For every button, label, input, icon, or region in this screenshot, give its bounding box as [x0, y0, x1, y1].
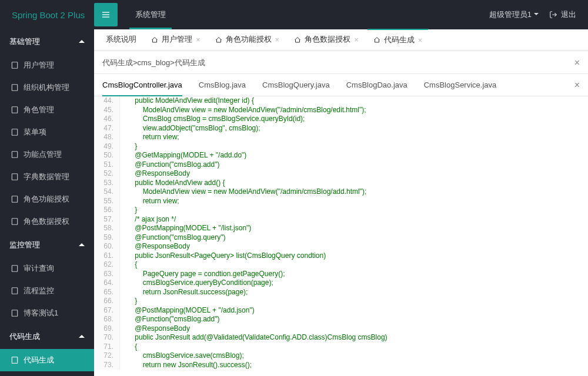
tab-close-icon[interactable]: × — [354, 35, 359, 44]
code-line: 69. @ResponseBody — [94, 324, 588, 334]
page-icon — [11, 356, 19, 364]
close-file-tabs-button[interactable]: × — [574, 80, 580, 90]
sidebar-item[interactable]: 角色数据授权 — [0, 210, 94, 233]
file-tab[interactable]: CmsBlogDao.java — [346, 75, 407, 95]
top-nav-system[interactable]: 系统管理 — [123, 0, 178, 29]
file-tab[interactable]: CmsBlogService.java — [424, 75, 497, 95]
svg-rect-12 — [12, 219, 17, 225]
tab-close-icon[interactable]: × — [418, 36, 423, 45]
page-icon — [11, 106, 19, 114]
code-text: cmsBlogService.save(cmsBlog); — [120, 351, 244, 361]
tab[interactable]: 系统说明 — [100, 29, 143, 51]
sidebar-item[interactable]: 审计查询 — [0, 257, 94, 280]
code-line: 57. /* ajax json */ — [94, 215, 588, 224]
sidebar-item[interactable]: 流程监控 — [0, 280, 94, 302]
code-text: { — [120, 260, 137, 270]
line-number: 56. — [94, 206, 120, 215]
code-line: 63. PageQuery page = condtion.getPageQue… — [94, 270, 588, 279]
sidebar-item[interactable]: 字典数据管理 — [0, 166, 94, 188]
menu-toggle-button[interactable] — [94, 3, 118, 26]
svg-rect-18 — [12, 357, 17, 364]
code-text: CmsBlog cmsBlog = cmsBlogService.queryBy… — [120, 115, 305, 124]
chevron-up-icon — [79, 242, 85, 248]
code-line: 49. } — [94, 142, 588, 152]
page-icon — [11, 217, 19, 226]
sidebar-item-label: 功能点管理 — [24, 149, 62, 160]
close-panel-button[interactable]: × — [574, 58, 580, 68]
file-tab[interactable]: CmsBlogController.java — [102, 75, 182, 96]
home-icon — [215, 36, 222, 43]
page-icon — [11, 264, 19, 273]
svg-rect-11 — [12, 196, 17, 203]
tab[interactable]: 用户管理× — [145, 29, 207, 51]
line-number: 44. — [94, 96, 120, 106]
line-number: 62. — [94, 260, 120, 270]
page-icon — [11, 128, 19, 136]
sidebar-item[interactable]: 角色管理 — [0, 99, 94, 121]
tab-close-icon[interactable]: × — [275, 35, 280, 44]
code-line: 55. return view; — [94, 197, 588, 206]
code-text: public ModelAndView edit(Integer id) { — [120, 96, 254, 106]
code-text: @GetMapping(MODEL + "/add.do") — [120, 151, 246, 160]
line-number: 51. — [94, 160, 120, 170]
line-number: 63. — [94, 270, 120, 279]
code-text: public JsonResult add(@Validated(Validat… — [120, 333, 387, 343]
code-text: return view; — [120, 133, 179, 142]
sidebar-item[interactable]: 子系统生成 — [0, 371, 94, 376]
page-icon — [11, 173, 19, 181]
breadcrumb: 代码生成>cms_blog>代码生成 — [102, 58, 205, 68]
sidebar-item[interactable]: 用户管理 — [0, 54, 94, 76]
sidebar-item[interactable]: 菜单项 — [0, 121, 94, 143]
code-text: cmsBlogService.queryByCondition(page); — [120, 278, 273, 288]
logout-label: 退出 — [561, 9, 576, 20]
file-tab[interactable]: CmsBlogQuery.java — [262, 75, 330, 95]
code-line: 52. @ResponseBody — [94, 169, 588, 179]
code-line: 56. } — [94, 206, 588, 215]
line-number: 71. — [94, 343, 120, 352]
sidebar-item[interactable]: 功能点管理 — [0, 143, 94, 166]
page-icon — [11, 150, 19, 159]
sidebar-group-monitor[interactable]: 监控管理 — [0, 233, 94, 257]
sidebar-item[interactable]: 角色功能授权 — [0, 188, 94, 210]
sidebar-item[interactable]: 代码生成 — [0, 349, 94, 371]
chevron-up-icon — [79, 334, 85, 340]
code-line: 71. { — [94, 343, 588, 352]
code-line: 44. public ModelAndView edit(Integer id)… — [94, 96, 588, 106]
user-menu[interactable]: 超级管理员1 — [489, 9, 539, 20]
line-number: 45. — [94, 106, 120, 115]
code-text: return new JsonResult().success(); — [120, 361, 252, 370]
sidebar-item-label: 角色功能授权 — [24, 194, 69, 204]
code-editor[interactable]: 44. public ModelAndView edit(Integer id)… — [94, 96, 588, 376]
line-number: 65. — [94, 288, 120, 297]
sidebar-group-label: 监控管理 — [9, 240, 40, 250]
code-line: 53. public ModelAndView add() { — [94, 179, 588, 188]
tab-close-icon[interactable]: × — [196, 35, 201, 44]
page-icon — [11, 61, 19, 69]
code-text: view.addObject("cmsBlog", cmsBlog); — [120, 124, 260, 133]
tab-label: 系统说明 — [106, 35, 136, 45]
code-line: 65. return JsonResult.success(page); — [94, 288, 588, 297]
code-text: ModelAndView view = new ModelAndView("/a… — [120, 187, 366, 197]
sidebar-item[interactable]: 组织机构管理 — [0, 76, 94, 99]
code-text: public ModelAndView add() { — [120, 179, 225, 188]
tab[interactable]: 角色数据授权× — [288, 29, 365, 51]
tab[interactable]: 代码生成× — [368, 29, 429, 50]
tab-label: 代码生成 — [384, 35, 415, 45]
sidebar-group-basic[interactable]: 基础管理 — [0, 29, 94, 54]
line-number: 59. — [94, 233, 120, 243]
svg-rect-15 — [12, 288, 17, 294]
code-line: 58. @PostMapping(MODEL + "/list.json") — [94, 224, 588, 233]
page-icon — [11, 83, 19, 92]
logout-button[interactable]: 退出 — [549, 9, 576, 20]
tab[interactable]: 角色功能授权× — [209, 29, 286, 51]
tab-label: 角色功能授权 — [226, 35, 272, 45]
line-number: 49. — [94, 142, 120, 152]
file-tab[interactable]: CmsBlog.java — [199, 75, 246, 95]
code-text: public JsonResult<PageQuery> list(CmsBlo… — [120, 251, 326, 261]
code-line: 70. public JsonResult add(@Validated(Val… — [94, 333, 588, 343]
sidebar-item[interactable]: 博客测试1 — [0, 302, 94, 324]
code-text: return view; — [120, 197, 179, 206]
brand-title: Spring Boot 2 Plus — [0, 10, 94, 20]
code-line: 61. public JsonResult<PageQuery> list(Cm… — [94, 251, 588, 261]
sidebar-group-codegen[interactable]: 代码生成 — [0, 324, 94, 349]
